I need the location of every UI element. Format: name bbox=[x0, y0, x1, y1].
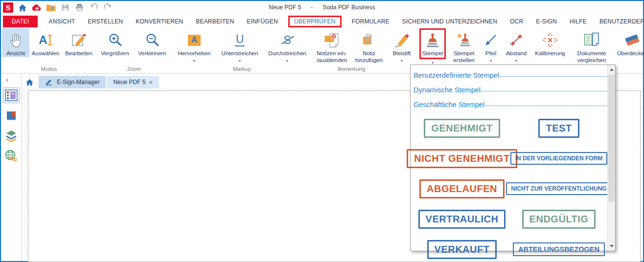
scroll-down-icon[interactable] bbox=[610, 245, 614, 247]
scroll-up-icon[interactable] bbox=[610, 68, 614, 71]
note-toggle-icon bbox=[323, 30, 340, 50]
sidebar-expand-chevron[interactable]: › bbox=[6, 75, 8, 84]
stamp-test[interactable]: TEST bbox=[538, 119, 579, 138]
dropdown-scrollbar[interactable] bbox=[607, 65, 615, 251]
dokumente-vergleichen-button[interactable]: Dokumente vergleichen bbox=[571, 28, 613, 64]
notiz-hinzufuegen-button[interactable]: Notiz hinzufügen bbox=[351, 28, 387, 64]
menu-esign[interactable]: E-SIGN bbox=[536, 16, 557, 27]
menu-einfuegen[interactable]: EINFÜGEN bbox=[247, 16, 278, 27]
menu-formulare[interactable]: FORMULARE bbox=[352, 16, 390, 27]
bleistift-button[interactable]: Bleistift ▾ bbox=[387, 28, 417, 63]
arrow-icon bbox=[483, 30, 498, 50]
compare-documents-icon bbox=[582, 30, 601, 50]
left-sidebar: › bbox=[1, 74, 22, 261]
ueberdecken-button[interactable]: Überdecken bbox=[613, 28, 644, 57]
active-document-tab[interactable]: Neue PDF 5 × bbox=[107, 76, 159, 88]
stamp-vertraulich[interactable]: VERTRAULICH bbox=[418, 210, 506, 229]
auswaehlen-button[interactable]: A Auswählen bbox=[29, 28, 62, 57]
dropdown-arrow[interactable]: ▾ bbox=[515, 59, 517, 63]
durchstreichen-button[interactable]: S Durchstreichen ▾ bbox=[263, 28, 311, 63]
stamp-create-icon bbox=[456, 30, 472, 50]
group-label-anmerkung: Anmerkung bbox=[338, 66, 365, 72]
stamp-endgueltig[interactable]: ENDGÜLTIG bbox=[522, 210, 596, 229]
unterstreichen-button[interactable]: U Unterstreichen ▾ bbox=[216, 28, 263, 63]
menu-ueberpruefen[interactable]: ÜBERPRÜFEN bbox=[288, 16, 342, 27]
dropdown-arrow[interactable]: ▾ bbox=[401, 59, 403, 63]
stamp-nicht-genehmigt[interactable]: NICHT GENEHMIGT bbox=[407, 149, 517, 168]
menu-sichern-und-unterzeichnen[interactable]: SICHERN UND UNTERZEICHNEN bbox=[402, 16, 497, 27]
notizen-toggle-button[interactable]: Notizen ein- /ausblenden bbox=[312, 28, 351, 64]
menu-hilfe[interactable]: HILFE bbox=[570, 16, 587, 27]
eraser-icon bbox=[623, 30, 641, 50]
sidebar-layers[interactable] bbox=[5, 130, 18, 142]
kalibrierung-button[interactable]: Kalibrierung bbox=[530, 28, 570, 57]
group-modus: Ansicht A Auswählen Bearbeiten Modus bbox=[2, 28, 96, 73]
group-markup: A Hervorheben ▾ U Unterstreichen ▾ S bbox=[172, 28, 311, 73]
pfeil-label: Pfeil bbox=[485, 50, 496, 57]
strikethrough-icon: S bbox=[283, 30, 291, 50]
stamp-dropdown: Benutzerdefinierte Stempel Dynamische St… bbox=[410, 65, 616, 251]
bearbeiten-button[interactable]: Bearbeiten bbox=[62, 28, 96, 57]
stempel-erstellen-button[interactable]: Stempel erstellen bbox=[448, 28, 480, 64]
esign-pen-icon bbox=[45, 79, 53, 86]
section-benutzerdefinierte-stempel[interactable]: Benutzerdefinierte Stempel bbox=[414, 68, 607, 83]
menu-bearbeiten[interactable]: BEARBEITEN bbox=[196, 16, 234, 27]
ansicht-button[interactable]: Ansicht bbox=[2, 28, 29, 57]
hervorheben-label: Hervorheben bbox=[178, 50, 210, 57]
menu-konvertieren[interactable]: KONVERTIEREN bbox=[136, 16, 183, 27]
stempel-label: Stempel bbox=[422, 50, 443, 57]
app-window: S Neue PDF 5-Soda PDF B bbox=[0, 0, 644, 262]
notizen-label: Notizen ein- /ausblenden bbox=[317, 50, 347, 64]
menu-ansicht[interactable]: ANSICHT bbox=[48, 16, 75, 27]
durchstreichen-label: Durchstreichen bbox=[268, 50, 306, 57]
bleistift-label: Bleistift bbox=[392, 50, 411, 57]
stamp-genehmigt[interactable]: GENEHMIGT bbox=[424, 119, 500, 138]
stamp-abteilungsbezogen[interactable]: ABTEILUNGSBEZOGEN bbox=[513, 242, 605, 256]
dropdown-arrow[interactable]: ▾ bbox=[286, 59, 288, 63]
auswaehlen-label: Auswählen bbox=[32, 50, 59, 57]
dropdown-arrow[interactable]: ▾ bbox=[490, 59, 492, 63]
stamp-dropdown-content: Benutzerdefinierte Stempel Dynamische St… bbox=[411, 65, 607, 251]
stamp-nicht-zur-veroeffentlichung[interactable]: NICHT ZUR VERÖFFENTLICHUNG bbox=[506, 182, 611, 195]
esign-tab-label: E-Sign-Manager bbox=[57, 79, 99, 86]
menu-ocr[interactable]: OCR bbox=[510, 16, 523, 27]
close-tab-icon[interactable]: × bbox=[149, 79, 153, 86]
menu-datei[interactable]: DATEI bbox=[3, 16, 38, 27]
hervorheben-button[interactable]: A Hervorheben ▾ bbox=[172, 28, 216, 63]
vergroessern-label: Vergrößern bbox=[101, 50, 129, 57]
stempel-erstellen-label: Stempel erstellen bbox=[453, 50, 474, 64]
section-geschaeftliche-stempel[interactable]: Geschäftliche Stempel bbox=[414, 97, 607, 112]
esign-manager-tab[interactable]: E-Sign-Manager bbox=[39, 76, 106, 88]
menu-erstellen[interactable]: ERSTELLEN bbox=[88, 16, 123, 27]
pfeil-button[interactable]: Pfeil ▾ bbox=[480, 28, 502, 63]
zoom-in-icon bbox=[107, 30, 123, 50]
vergroessern-button[interactable]: Vergrößern bbox=[97, 28, 133, 57]
dropdown-arrow[interactable]: ▾ bbox=[239, 59, 241, 63]
notiz-label: Notiz hinzufügen bbox=[355, 50, 383, 64]
calibration-icon bbox=[542, 30, 558, 50]
dropdown-arrow[interactable]: ▾ bbox=[193, 59, 195, 63]
menu-bar: DATEI ANSICHT ERSTELLEN KONVERTIEREN BEA… bbox=[1, 15, 643, 28]
stamp-verkauft[interactable]: VERKAUFT bbox=[427, 240, 497, 259]
sidebar-bookmarks[interactable] bbox=[5, 110, 18, 123]
select-text-icon: A bbox=[39, 30, 52, 50]
underline-icon: U bbox=[235, 30, 245, 50]
stamp-in-der-vorliegenden-form[interactable]: IN DER VORLIEGENDEN FORM bbox=[510, 152, 608, 165]
stamp-abgelaufen[interactable]: ABGELAUFEN bbox=[419, 179, 505, 198]
section-dynamische-stempel[interactable]: Dynamische Stempel bbox=[414, 83, 607, 97]
title-document: Neue PDF 5 bbox=[269, 4, 301, 11]
scrollbar-thumb[interactable] bbox=[608, 75, 615, 202]
home-tab[interactable] bbox=[22, 76, 38, 88]
menu-benutzerdefiniert[interactable]: BENUTZERDEFINIERT bbox=[599, 16, 644, 27]
group-label-modus: Modus bbox=[2, 66, 96, 72]
sidebar-panel-thumbnails[interactable] bbox=[3, 87, 20, 103]
pencil-icon bbox=[394, 30, 409, 50]
group-label-markup: Markup bbox=[172, 66, 311, 72]
unterstreichen-label: Unterstreichen bbox=[222, 50, 258, 57]
stempel-button[interactable]: Stempel ▾ bbox=[417, 28, 448, 65]
abstand-button[interactable]: Abstand ▾ bbox=[502, 28, 530, 63]
sidebar-links[interactable] bbox=[4, 149, 18, 162]
stempel-annotation-box: Stempel bbox=[419, 28, 446, 59]
window-title: Neue PDF 5-Soda PDF Business bbox=[1, 4, 643, 11]
verkleinern-button[interactable]: Verkleinern bbox=[133, 28, 171, 57]
